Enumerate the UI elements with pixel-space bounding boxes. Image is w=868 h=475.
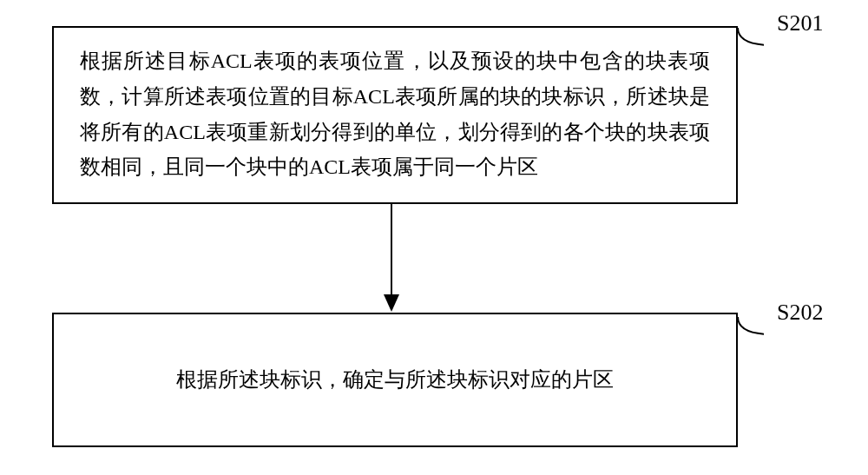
arrow-line [391, 204, 392, 299]
step-label-s202: S202 [777, 300, 823, 326]
step-text-s202: 根据所述块标识，确定与所述块标识对应的片区 [176, 362, 614, 398]
arrow-s201-to-s202 [391, 204, 392, 313]
label-connector-s201 [729, 9, 764, 52]
step-label-s201: S201 [777, 10, 823, 36]
step-box-s202: 根据所述块标识，确定与所述块标识对应的片区 [52, 313, 738, 447]
label-connector-s202 [729, 298, 764, 341]
step-box-s201: 根据所述目标ACL表项的表项位置，以及预设的块中包含的块表项数，计算所述表项位置… [52, 26, 738, 204]
step-text-s201: 根据所述目标ACL表项的表项位置，以及预设的块中包含的块表项数，计算所述表项位置… [80, 49, 710, 178]
arrow-head-icon [384, 294, 399, 312]
flowchart-container: 根据所述目标ACL表项的表项位置，以及预设的块中包含的块表项数，计算所述表项位置… [0, 0, 868, 475]
